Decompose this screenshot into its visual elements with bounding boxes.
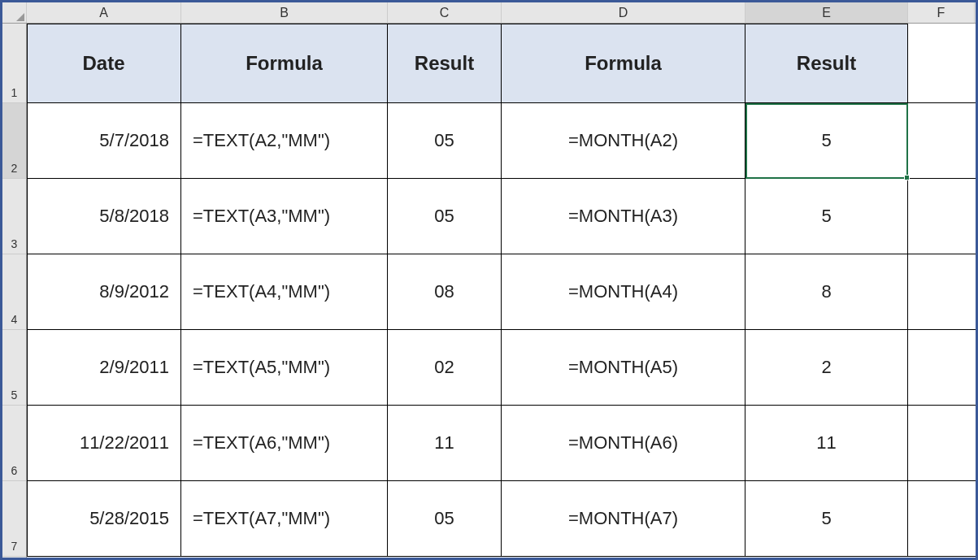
- cell-F6[interactable]: [908, 406, 975, 480]
- cell-E7[interactable]: 5: [745, 481, 908, 556]
- cell-A5[interactable]: 2/9/2011: [27, 330, 181, 405]
- table-header-row: Date Formula Result Formula Result: [27, 24, 976, 103]
- cell-F2[interactable]: [908, 103, 975, 178]
- cell-C6[interactable]: 11: [388, 406, 502, 480]
- cell-B5[interactable]: =TEXT(A5,"MM"): [181, 330, 388, 405]
- row-header-5[interactable]: 5: [2, 330, 26, 406]
- row-header-4[interactable]: 4: [2, 254, 26, 330]
- table-row: 5/8/2018 =TEXT(A3,"MM") 05 =MONTH(A3) 5: [27, 179, 976, 254]
- cell-E6[interactable]: 11: [745, 406, 908, 480]
- cell-A4[interactable]: 8/9/2012: [27, 254, 181, 329]
- cell-A1[interactable]: Date: [27, 24, 181, 102]
- cell-A6[interactable]: 11/22/2011: [27, 406, 181, 480]
- table-row: 2/9/2011 =TEXT(A5,"MM") 02 =MONTH(A5) 2: [27, 330, 976, 406]
- cell-C2[interactable]: 05: [388, 103, 502, 178]
- table-row: 5/7/2018 =TEXT(A2,"MM") 05 =MONTH(A2) 5: [27, 103, 976, 179]
- cell-B4[interactable]: =TEXT(A4,"MM"): [181, 254, 388, 329]
- column-header-E[interactable]: E: [745, 2, 908, 23]
- cell-D5[interactable]: =MONTH(A5): [502, 330, 745, 405]
- column-header-B[interactable]: B: [181, 2, 388, 23]
- row-header-6[interactable]: 6: [2, 406, 26, 481]
- table-row: 11/22/2011 =TEXT(A6,"MM") 11 =MONTH(A6) …: [27, 406, 976, 481]
- sheet-body: 1 2 3 4 5 6 7 Date Formula Result Formul…: [2, 24, 976, 558]
- cell-A7[interactable]: 5/28/2015: [27, 481, 181, 556]
- cell-E5[interactable]: 2: [745, 330, 908, 405]
- column-header-C[interactable]: C: [388, 2, 502, 23]
- cell-F3[interactable]: [908, 179, 975, 254]
- cell-E1[interactable]: Result: [745, 24, 908, 102]
- cell-C7[interactable]: 05: [388, 481, 502, 556]
- table-row: 5/28/2015 =TEXT(A7,"MM") 05 =MONTH(A7) 5: [27, 481, 976, 557]
- select-all-corner[interactable]: [2, 2, 27, 23]
- cell-grid: Date Formula Result Formula Result 5/7/2…: [27, 24, 976, 558]
- row-header-1[interactable]: 1: [2, 24, 26, 103]
- cell-B1[interactable]: Formula: [181, 24, 388, 102]
- row-header-2[interactable]: 2: [2, 103, 26, 179]
- cell-F4[interactable]: [908, 254, 975, 329]
- cell-D6[interactable]: =MONTH(A6): [502, 406, 745, 480]
- cell-D2[interactable]: =MONTH(A2): [502, 103, 745, 178]
- column-header-F[interactable]: F: [908, 2, 975, 23]
- column-header-A[interactable]: A: [27, 2, 181, 23]
- cell-C3[interactable]: 05: [388, 179, 502, 254]
- cell-B7[interactable]: =TEXT(A7,"MM"): [181, 481, 388, 556]
- cell-C5[interactable]: 02: [388, 330, 502, 405]
- cell-B2[interactable]: =TEXT(A2,"MM"): [181, 103, 388, 178]
- cell-A3[interactable]: 5/8/2018: [27, 179, 181, 254]
- cell-E4[interactable]: 8: [745, 254, 908, 329]
- cell-D4[interactable]: =MONTH(A4): [502, 254, 745, 329]
- cell-E3[interactable]: 5: [745, 179, 908, 254]
- cell-B3[interactable]: =TEXT(A3,"MM"): [181, 179, 388, 254]
- cell-C1[interactable]: Result: [388, 24, 502, 102]
- spreadsheet: A B C D E F 1 2 3 4 5 6 7 Date Formula R…: [2, 2, 976, 558]
- cell-A2[interactable]: 5/7/2018: [27, 103, 181, 178]
- cell-E2[interactable]: 5: [745, 103, 908, 178]
- cell-F7[interactable]: [908, 481, 975, 556]
- column-headers-row: A B C D E F: [2, 2, 976, 24]
- cell-F5[interactable]: [908, 330, 975, 405]
- table-row: 8/9/2012 =TEXT(A4,"MM") 08 =MONTH(A4) 8: [27, 254, 976, 330]
- row-header-7[interactable]: 7: [2, 481, 26, 557]
- row-headers-col: 1 2 3 4 5 6 7: [2, 24, 27, 558]
- cell-D3[interactable]: =MONTH(A3): [502, 179, 745, 254]
- row-header-3[interactable]: 3: [2, 179, 26, 254]
- column-header-D[interactable]: D: [502, 2, 745, 23]
- cell-C4[interactable]: 08: [388, 254, 502, 329]
- cell-B6[interactable]: =TEXT(A6,"MM"): [181, 406, 388, 480]
- cell-F1[interactable]: [908, 24, 975, 102]
- cell-D7[interactable]: =MONTH(A7): [502, 481, 745, 556]
- cell-D1[interactable]: Formula: [502, 24, 745, 102]
